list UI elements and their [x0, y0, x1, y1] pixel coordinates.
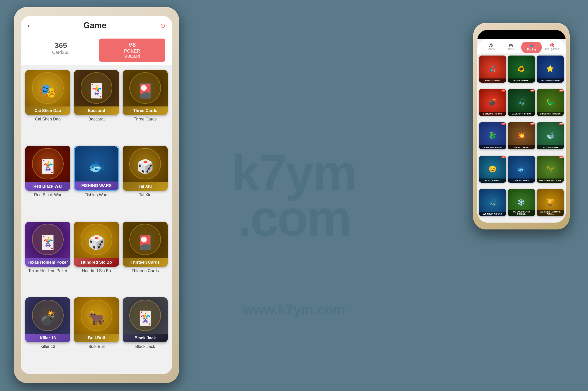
game-item-cai-shen-dao[interactable]: 🎭 Cai Shen Dao Cai Shen Dao: [25, 70, 70, 142]
game-item-bull-bull[interactable]: 🐂 Bull-Bull Bull- Bull: [74, 297, 119, 370]
phone-game-dinosaur-tycoon-2[interactable]: 🦖 JILI DINOSAUR TYCOON II: [537, 156, 564, 188]
tablet-page-title: Game: [83, 21, 106, 30]
phone-game-bombing-fishing[interactable]: 💣 JILI BOMBING FISHING: [479, 89, 506, 121]
phone-label-bombing-fishing: BOMBING FISHING: [479, 112, 506, 116]
phone-label-boom-legend: BOOM LEGEND: [508, 145, 535, 149]
game-label-baccarat: Baccarat: [74, 106, 119, 115]
mini-games-icon: 🎯: [543, 43, 561, 47]
phone-card-boom-legend[interactable]: 💥 JILI BOOM LEGEND: [508, 122, 535, 149]
pvc-icon: 🎮: [502, 43, 520, 47]
phone-label-royal-fishing: ROYAL FISHING: [508, 79, 535, 83]
tablet-game-grid: 🎭 Cai Shen Dao Cai Shen Dao 🃏 Baccarat B…: [21, 65, 172, 374]
game-item-baccarat[interactable]: 🃏 Baccarat Baccarat: [74, 70, 119, 142]
game-label-thirteen-cards: Thirteen Cards: [123, 258, 168, 267]
phone-card-dinosaur-tycoon-2[interactable]: 🦖 JILI DINOSAUR TYCOON II: [537, 156, 564, 183]
game-card-killer-13[interactable]: 💣 Killer 13: [25, 297, 70, 342]
watermark-url: www.k7ym.com: [243, 302, 345, 318]
phone-game-royal-fishing[interactable]: 🐠 ROYAL FISHING: [508, 56, 535, 87]
game-item-killer-13[interactable]: 💣 Killer 13 Killer 13: [25, 297, 70, 370]
phone-nav-header: ⚽ Sports 🎮 PVC 🐟 Fishing 🎯 Mini games: [477, 39, 566, 54]
tab-card365-label: Card365: [30, 50, 91, 55]
phone-game-dinosaur-tycoon[interactable]: 🦕 JILI DINOSAUR TYCOON: [537, 89, 564, 121]
phone-card-fishing-wars-2[interactable]: 🐟 FISHING WARS: [508, 156, 535, 183]
phone-label-dinosaur-tycoon-2: DINOSAUR TYCOON II: [537, 179, 564, 183]
game-card-hundred-sic-bo[interactable]: 🎲 Hundred Sic Bo: [74, 222, 119, 267]
phone-game-fishing-wars-2[interactable]: 🐟 FISHING WARS: [508, 156, 535, 188]
game-card-bull-bull[interactable]: 🐂 Bull-Bull: [74, 297, 119, 342]
game-label-tai-xiu: Tai Xiu: [123, 182, 168, 191]
game-item-thirteen-cards[interactable]: 🎴 Thirteen Cards Thirteen Cards: [123, 222, 168, 294]
phone-game-jackpot-fishing[interactable]: 🎣 JILI JACKPOT FISHING: [508, 89, 535, 121]
game-name-cai-shen-dao: Cai Shen Dao: [35, 117, 61, 122]
phone-game-fuwa-fishing[interactable]: 🎣 WD FUWA FISHING: [479, 189, 506, 221]
phone-card-hero-fishing[interactable]: 🎣 HERO FISHING: [479, 56, 506, 83]
game-name-hundred-sic-bo: Hundred Sic Bo: [82, 269, 111, 273]
phone-game-boom-legend[interactable]: 💥 JILI BOOM LEGEND: [508, 122, 535, 154]
phone-game-cold-blast[interactable]: ❄️ WD COLD BLAST FISHING: [508, 189, 535, 221]
game-label-bull-bull: Bull-Bull: [74, 334, 119, 342]
tablet-search-icon[interactable]: ⊙: [160, 22, 165, 29]
game-item-three-cards[interactable]: 🎴 Three Cards Three Cards: [123, 70, 168, 142]
phone-card-cold-blast[interactable]: ❄️ WD COLD BLAST FISHING: [508, 189, 535, 216]
tab-poker-label: POKER: [102, 48, 163, 54]
game-card-cai-shen-dao[interactable]: 🎭 Cai Shen Dao: [25, 70, 70, 115]
game-name-fishing-wars: Fishing Wars: [85, 193, 108, 197]
fishing-icon: 🐟: [522, 44, 541, 48]
phone-card-wd-gold[interactable]: 🏆 WD GOLD FORTUNE FISHI...: [537, 189, 564, 216]
phone-card-dragon-fortune[interactable]: 🐉 JILI DRAGON FORTUNE: [479, 122, 506, 149]
phone-tab-fishing-label: Fishing: [527, 48, 536, 51]
phone-tab-sports[interactable]: ⚽ Sports: [481, 41, 501, 53]
game-card-texas-holdem[interactable]: 🃏 Texas Holdem Poker: [25, 222, 70, 267]
phone-tab-mini-games[interactable]: 🎯 Mini games: [542, 41, 562, 53]
tab-card365[interactable]: 365 Card365: [27, 39, 94, 62]
phone-card-fuwa-fishing[interactable]: 🎣 WD FUWA FISHING: [479, 189, 506, 216]
game-item-red-black-war[interactable]: 🃏 Red Black War Red Black War: [25, 146, 70, 218]
phone-game-hero-fishing[interactable]: 🎣 HERO FISHING: [479, 56, 506, 87]
phone-label-wd-gold: WD GOLD FORTUNE FISHI...: [537, 210, 564, 216]
phone-card-bombing-fishing[interactable]: 💣 JILI BOMBING FISHING: [479, 89, 506, 116]
phone-card-happy-fishing[interactable]: 😊 JILI HAPPY FISHING: [479, 156, 506, 183]
phone-card-mega-fishing[interactable]: 🐋 JILI MEGA FISHING: [537, 122, 564, 149]
game-item-tai-xiu[interactable]: 🎲 Tai Xiu Tai Xiu: [123, 146, 168, 218]
tab-v8card[interactable]: V8 POKER V8Card: [99, 39, 165, 62]
phone-card-jackpot-fishing[interactable]: 🎣 JILI JACKPOT FISHING: [508, 89, 535, 116]
jili-badge-boom: JILI: [530, 123, 535, 125]
game-item-texas-holdem[interactable]: 🃏 Texas Holdem Poker Texas Hold'em Poker: [25, 222, 70, 294]
phone-tab-pvc[interactable]: 🎮 PVC: [501, 41, 521, 53]
phone-card-dinosaur-tycoon[interactable]: 🦕 JILI DINOSAUR TYCOON: [537, 89, 564, 116]
phone-label-mega-fishing: MEGA FISHING: [537, 145, 564, 149]
phone-device: ⚽ Sports 🎮 PVC 🐟 Fishing 🎯 Mini games: [473, 23, 570, 229]
game-item-black-jack[interactable]: 🃏 Black Jack Black Jack: [123, 297, 168, 370]
phone-nav-tabs: ⚽ Sports 🎮 PVC 🐟 Fishing 🎯 Mini games: [481, 41, 562, 54]
game-label-texas-holdem: Texas Holdem Poker: [25, 258, 70, 267]
game-label-fishing-wars: FISHING WARS: [75, 182, 118, 190]
phone-game-all-star-fishing[interactable]: ⭐ ALL-STAR FISHING: [537, 56, 564, 87]
game-card-three-cards[interactable]: 🎴 Three Cards: [123, 70, 168, 115]
game-card-black-jack[interactable]: 🃏 Black Jack: [123, 297, 168, 342]
tablet-header: ‹ Game ⊙: [21, 16, 172, 35]
game-item-hundred-sic-bo[interactable]: 🎲 Hundred Sic Bo Hundred Sic Bo: [74, 222, 119, 294]
game-card-tai-xiu[interactable]: 🎲 Tai Xiu: [123, 146, 168, 191]
phone-label-cold-blast: WD COLD BLAST FISHING: [508, 210, 535, 216]
phone-card-all-star-fishing[interactable]: ⭐ ALL-STAR FISHING: [537, 56, 564, 83]
phone-label-dinosaur-tycoon: DINOSAUR TYCOON: [537, 112, 564, 116]
game-item-fishing-wars[interactable]: 🐟 FISHING WARS Fishing Wars: [74, 146, 119, 218]
game-name-thirteen-cards: Thirteen Cards: [131, 269, 159, 273]
jili-badge-dinosaur: JILI: [559, 90, 563, 92]
game-card-baccarat[interactable]: 🃏 Baccarat: [74, 70, 119, 115]
game-card-red-black-war[interactable]: 🃏 Red Black War: [25, 146, 70, 191]
phone-game-wd-gold[interactable]: 🏆 WD GOLD FORTUNE FISHI...: [537, 189, 564, 221]
phone-tab-pvc-label: PVC: [508, 47, 514, 51]
phone-label-hero-fishing: HERO FISHING: [479, 79, 506, 83]
phone-label-all-star-fishing: ALL-STAR FISHING: [537, 79, 564, 83]
phone-card-royal-fishing[interactable]: 🐠 ROYAL FISHING: [508, 56, 535, 83]
game-name-baccarat: Baccarat: [88, 117, 105, 122]
game-card-fishing-wars[interactable]: 🐟 FISHING WARS: [74, 146, 119, 191]
phone-game-happy-fishing[interactable]: 😊 JILI HAPPY FISHING: [479, 156, 506, 188]
phone-tab-fishing[interactable]: 🐟 Fishing: [521, 42, 542, 53]
tab-v8-label: V8: [102, 41, 163, 48]
phone-game-dragon-fortune[interactable]: 🐉 JILI DRAGON FORTUNE: [479, 122, 506, 154]
tablet-back-button[interactable]: ‹: [27, 22, 30, 29]
game-card-thirteen-cards[interactable]: 🎴 Thirteen Cards: [123, 222, 168, 267]
phone-game-mega-fishing[interactable]: 🐋 JILI MEGA FISHING: [537, 122, 564, 154]
